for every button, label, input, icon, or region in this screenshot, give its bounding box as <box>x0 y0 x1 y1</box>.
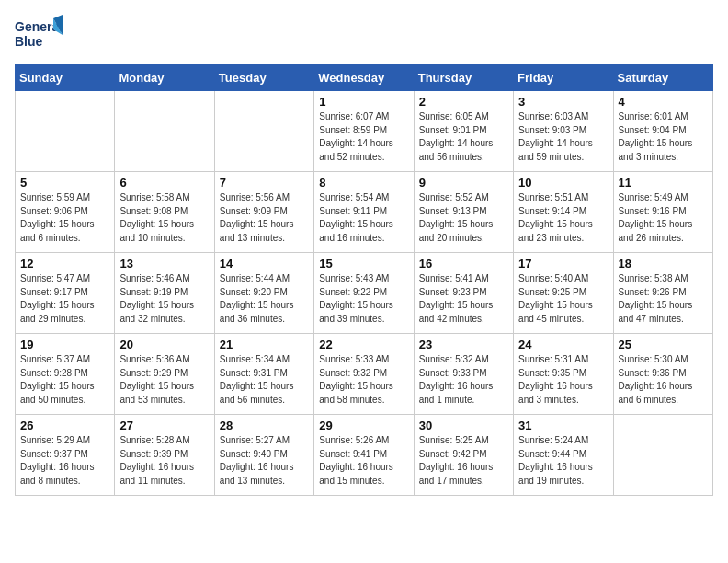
calendar-cell: 7Sunrise: 5:56 AM Sunset: 9:09 PM Daylig… <box>214 172 313 253</box>
calendar-cell: 15Sunrise: 5:43 AM Sunset: 9:22 PM Dayli… <box>314 253 414 334</box>
day-info: Sunrise: 5:44 AM Sunset: 9:20 PM Dayligh… <box>220 272 309 326</box>
header-monday: Monday <box>115 65 214 91</box>
day-number: 13 <box>119 257 209 270</box>
header-saturday: Saturday <box>613 65 712 91</box>
calendar-cell: 24Sunrise: 5:31 AM Sunset: 9:35 PM Dayli… <box>514 334 613 415</box>
day-number: 18 <box>619 257 708 270</box>
day-number: 8 <box>319 176 408 190</box>
calendar-cell: 30Sunrise: 5:25 AM Sunset: 9:42 PM Dayli… <box>414 415 513 496</box>
week-row-2: 5Sunrise: 5:59 AM Sunset: 9:06 PM Daylig… <box>16 172 713 253</box>
day-info: Sunrise: 5:33 AM Sunset: 9:32 PM Dayligh… <box>319 353 408 407</box>
day-info: Sunrise: 6:03 AM Sunset: 9:03 PM Dayligh… <box>518 110 608 164</box>
svg-text:Blue: Blue <box>15 34 43 49</box>
calendar-cell <box>115 91 214 172</box>
day-info: Sunrise: 6:01 AM Sunset: 9:04 PM Dayligh… <box>619 110 708 164</box>
calendar-cell: 23Sunrise: 5:32 AM Sunset: 9:33 PM Dayli… <box>414 334 513 415</box>
day-number: 16 <box>419 257 508 270</box>
day-info: Sunrise: 5:31 AM Sunset: 9:35 PM Dayligh… <box>518 353 608 407</box>
calendar-cell: 10Sunrise: 5:51 AM Sunset: 9:14 PM Dayli… <box>514 172 613 253</box>
calendar-cell: 25Sunrise: 5:30 AM Sunset: 9:36 PM Dayli… <box>613 334 712 415</box>
day-number: 3 <box>518 95 608 109</box>
day-number: 25 <box>619 338 708 351</box>
day-number: 1 <box>319 95 408 109</box>
day-info: Sunrise: 6:07 AM Sunset: 8:59 PM Dayligh… <box>319 110 408 164</box>
calendar-cell: 19Sunrise: 5:37 AM Sunset: 9:28 PM Dayli… <box>16 334 115 415</box>
calendar-cell: 9Sunrise: 5:52 AM Sunset: 9:13 PM Daylig… <box>414 172 513 253</box>
calendar-table: SundayMondayTuesdayWednesdayThursdayFrid… <box>15 64 713 496</box>
header-tuesday: Tuesday <box>214 65 313 91</box>
page-header: GeneralBlue <box>15 15 713 55</box>
header-friday: Friday <box>514 65 613 91</box>
day-info: Sunrise: 5:25 AM Sunset: 9:42 PM Dayligh… <box>419 434 508 488</box>
logo: GeneralBlue <box>15 15 63 55</box>
day-number: 15 <box>319 257 408 270</box>
day-info: Sunrise: 6:05 AM Sunset: 9:01 PM Dayligh… <box>419 110 508 164</box>
calendar-cell: 2Sunrise: 6:05 AM Sunset: 9:01 PM Daylig… <box>414 91 513 172</box>
day-number: 17 <box>518 257 608 270</box>
day-info: Sunrise: 5:46 AM Sunset: 9:19 PM Dayligh… <box>119 272 209 326</box>
calendar-cell: 11Sunrise: 5:49 AM Sunset: 9:16 PM Dayli… <box>613 172 712 253</box>
day-number: 24 <box>518 338 608 351</box>
day-info: Sunrise: 5:41 AM Sunset: 9:23 PM Dayligh… <box>419 272 508 326</box>
calendar-cell <box>16 91 115 172</box>
day-info: Sunrise: 5:51 AM Sunset: 9:14 PM Dayligh… <box>518 191 608 245</box>
day-number: 29 <box>319 419 408 432</box>
calendar-cell: 1Sunrise: 6:07 AM Sunset: 8:59 PM Daylig… <box>314 91 414 172</box>
day-info: Sunrise: 5:54 AM Sunset: 9:11 PM Dayligh… <box>319 191 408 245</box>
calendar-cell: 6Sunrise: 5:58 AM Sunset: 9:08 PM Daylig… <box>115 172 214 253</box>
day-number: 6 <box>119 176 209 190</box>
day-info: Sunrise: 5:28 AM Sunset: 9:39 PM Dayligh… <box>119 434 209 488</box>
day-info: Sunrise: 5:52 AM Sunset: 9:13 PM Dayligh… <box>419 191 508 245</box>
header-thursday: Thursday <box>414 65 513 91</box>
day-number: 27 <box>119 419 209 432</box>
day-info: Sunrise: 5:40 AM Sunset: 9:25 PM Dayligh… <box>518 272 608 326</box>
day-info: Sunrise: 5:30 AM Sunset: 9:36 PM Dayligh… <box>619 353 708 407</box>
logo-icon: GeneralBlue <box>15 15 63 55</box>
calendar-cell: 5Sunrise: 5:59 AM Sunset: 9:06 PM Daylig… <box>16 172 115 253</box>
calendar-cell: 4Sunrise: 6:01 AM Sunset: 9:04 PM Daylig… <box>613 91 712 172</box>
day-number: 22 <box>319 338 408 351</box>
calendar-cell: 8Sunrise: 5:54 AM Sunset: 9:11 PM Daylig… <box>314 172 414 253</box>
calendar-cell: 3Sunrise: 6:03 AM Sunset: 9:03 PM Daylig… <box>514 91 613 172</box>
header-sunday: Sunday <box>16 65 115 91</box>
day-number: 7 <box>220 176 309 190</box>
day-info: Sunrise: 5:47 AM Sunset: 9:17 PM Dayligh… <box>20 272 109 326</box>
day-info: Sunrise: 5:27 AM Sunset: 9:40 PM Dayligh… <box>220 434 309 488</box>
day-info: Sunrise: 5:58 AM Sunset: 9:08 PM Dayligh… <box>119 191 209 245</box>
day-info: Sunrise: 5:26 AM Sunset: 9:41 PM Dayligh… <box>319 434 408 488</box>
day-info: Sunrise: 5:29 AM Sunset: 9:37 PM Dayligh… <box>20 434 109 488</box>
day-info: Sunrise: 5:43 AM Sunset: 9:22 PM Dayligh… <box>319 272 408 326</box>
day-number: 23 <box>419 338 508 351</box>
calendar-cell: 27Sunrise: 5:28 AM Sunset: 9:39 PM Dayli… <box>115 415 214 496</box>
day-info: Sunrise: 5:56 AM Sunset: 9:09 PM Dayligh… <box>220 191 309 245</box>
day-number: 14 <box>220 257 309 270</box>
day-info: Sunrise: 5:49 AM Sunset: 9:16 PM Dayligh… <box>619 191 708 245</box>
week-row-4: 19Sunrise: 5:37 AM Sunset: 9:28 PM Dayli… <box>16 334 713 415</box>
calendar-cell: 18Sunrise: 5:38 AM Sunset: 9:26 PM Dayli… <box>613 253 712 334</box>
day-info: Sunrise: 5:37 AM Sunset: 9:28 PM Dayligh… <box>20 353 109 407</box>
day-number: 5 <box>20 176 109 190</box>
calendar-cell: 22Sunrise: 5:33 AM Sunset: 9:32 PM Dayli… <box>314 334 414 415</box>
day-number: 9 <box>419 176 508 190</box>
calendar-cell: 28Sunrise: 5:27 AM Sunset: 9:40 PM Dayli… <box>214 415 313 496</box>
header-wednesday: Wednesday <box>314 65 414 91</box>
calendar-cell: 12Sunrise: 5:47 AM Sunset: 9:17 PM Dayli… <box>16 253 115 334</box>
day-info: Sunrise: 5:24 AM Sunset: 9:44 PM Dayligh… <box>518 434 608 488</box>
calendar-cell: 26Sunrise: 5:29 AM Sunset: 9:37 PM Dayli… <box>16 415 115 496</box>
day-number: 4 <box>619 95 708 109</box>
day-number: 26 <box>20 419 109 432</box>
day-number: 28 <box>220 419 309 432</box>
calendar-cell: 20Sunrise: 5:36 AM Sunset: 9:29 PM Dayli… <box>115 334 214 415</box>
day-info: Sunrise: 5:38 AM Sunset: 9:26 PM Dayligh… <box>619 272 708 326</box>
day-info: Sunrise: 5:36 AM Sunset: 9:29 PM Dayligh… <box>119 353 209 407</box>
calendar-cell: 16Sunrise: 5:41 AM Sunset: 9:23 PM Dayli… <box>414 253 513 334</box>
week-row-5: 26Sunrise: 5:29 AM Sunset: 9:37 PM Dayli… <box>16 415 713 496</box>
week-row-3: 12Sunrise: 5:47 AM Sunset: 9:17 PM Dayli… <box>16 253 713 334</box>
day-number: 11 <box>619 176 708 190</box>
day-number: 12 <box>20 257 109 270</box>
day-number: 19 <box>20 338 109 351</box>
calendar-cell: 21Sunrise: 5:34 AM Sunset: 9:31 PM Dayli… <box>214 334 313 415</box>
day-number: 2 <box>419 95 508 109</box>
day-info: Sunrise: 5:32 AM Sunset: 9:33 PM Dayligh… <box>419 353 508 407</box>
calendar-cell: 14Sunrise: 5:44 AM Sunset: 9:20 PM Dayli… <box>214 253 313 334</box>
